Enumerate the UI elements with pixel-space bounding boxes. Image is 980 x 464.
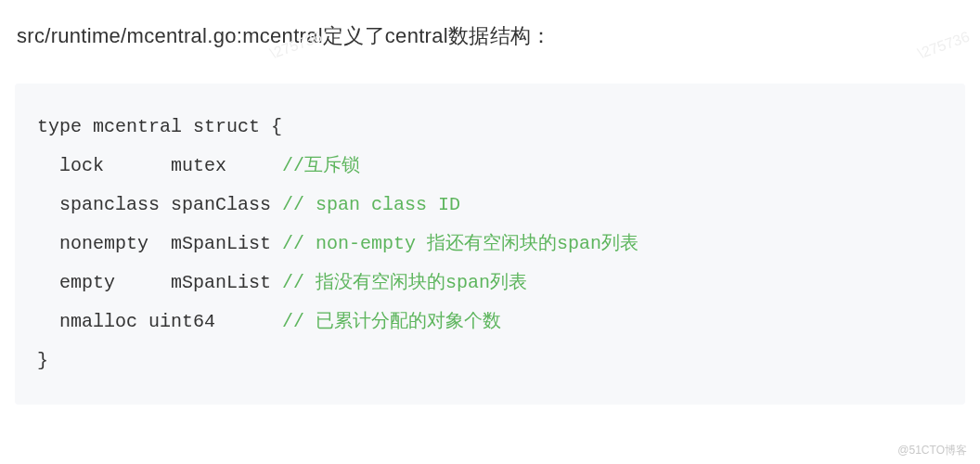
code-text: empty mSpanList (37, 272, 282, 293)
attribution-text: @51CTO博客 (897, 443, 967, 458)
code-comment: //互斥锁 (282, 155, 360, 176)
code-comment: // 已累计分配的对象个数 (282, 311, 501, 332)
code-line: } (37, 342, 947, 380)
code-line: type mcentral struct { (37, 108, 947, 147)
code-text: lock mutex (37, 155, 282, 176)
code-text: nonempty mSpanList (37, 233, 282, 254)
code-comment: // span class ID (282, 194, 460, 215)
page-title: src/runtime/mcentral.go:mcentral定义了centr… (0, 0, 980, 67)
code-text: spanclass spanClass (37, 194, 282, 215)
code-text: type mcentral struct { (37, 116, 282, 137)
code-line: nmalloc uint64 // 已累计分配的对象个数 (37, 303, 947, 342)
code-text: } (37, 350, 48, 371)
code-line: nonempty mSpanList // non-empty 指还有空闲块的s… (37, 225, 947, 264)
code-line: empty mSpanList // 指没有空闲块的span列表 (37, 264, 947, 303)
code-line: spanclass spanClass // span class ID (37, 186, 947, 225)
code-comment: // 指没有空闲块的span列表 (282, 272, 527, 293)
code-text: nmalloc uint64 (37, 311, 282, 332)
code-line: lock mutex //互斥锁 (37, 147, 947, 186)
code-block: type mcentral struct { lock mutex //互斥锁 … (15, 84, 965, 405)
code-comment: // non-empty 指还有空闲块的span列表 (282, 233, 638, 254)
